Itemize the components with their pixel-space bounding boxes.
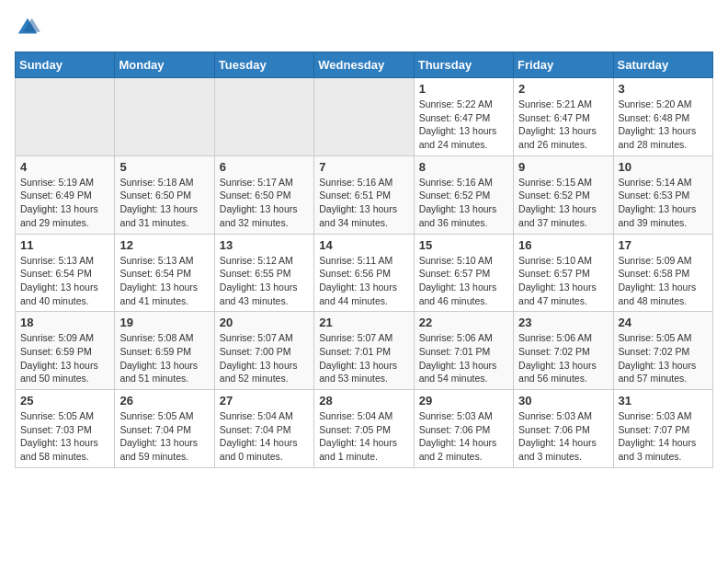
calendar-cell: 10Sunrise: 5:14 AMSunset: 6:53 PMDayligh… xyxy=(613,155,712,234)
day-number: 11 xyxy=(20,238,109,252)
page-header xyxy=(15,15,713,40)
day-number: 7 xyxy=(319,160,408,174)
calendar-cell: 25Sunrise: 5:05 AMSunset: 7:03 PMDayligh… xyxy=(16,390,115,468)
day-number: 18 xyxy=(20,316,109,329)
calendar-cell: 5Sunrise: 5:18 AMSunset: 6:50 PMDaylight… xyxy=(115,155,214,234)
calendar-cell: 20Sunrise: 5:07 AMSunset: 7:00 PMDayligh… xyxy=(214,312,313,390)
day-number: 3 xyxy=(619,82,708,96)
weekday-header: Sunday xyxy=(16,52,115,78)
weekday-header: Tuesday xyxy=(214,52,313,78)
calendar-week-row: 11Sunrise: 5:13 AMSunset: 6:54 PMDayligh… xyxy=(16,234,713,312)
day-info: Sunrise: 5:20 AMSunset: 6:48 PMDaylight:… xyxy=(619,98,708,152)
weekday-header: Friday xyxy=(514,52,613,78)
day-info: Sunrise: 5:11 AMSunset: 6:56 PMDaylight:… xyxy=(319,254,408,308)
logo-icon xyxy=(15,15,40,40)
calendar-cell: 16Sunrise: 5:10 AMSunset: 6:57 PMDayligh… xyxy=(514,234,613,312)
logo xyxy=(15,15,44,40)
day-number: 19 xyxy=(119,316,209,329)
calendar: SundayMondayTuesdayWednesdayThursdayFrid… xyxy=(15,52,713,468)
day-info: Sunrise: 5:21 AMSunset: 6:47 PMDaylight:… xyxy=(518,98,608,152)
calendar-cell xyxy=(115,78,214,156)
day-number: 30 xyxy=(518,394,608,408)
calendar-cell xyxy=(16,78,115,156)
day-info: Sunrise: 5:03 AMSunset: 7:06 PMDaylight:… xyxy=(419,409,508,464)
day-info: Sunrise: 5:10 AMSunset: 6:57 PMDaylight:… xyxy=(518,254,608,308)
calendar-week-row: 18Sunrise: 5:09 AMSunset: 6:59 PMDayligh… xyxy=(16,312,713,390)
day-number: 16 xyxy=(518,238,608,252)
day-number: 8 xyxy=(419,160,508,174)
day-info: Sunrise: 5:07 AMSunset: 7:01 PMDaylight:… xyxy=(319,331,408,385)
calendar-week-row: 4Sunrise: 5:19 AMSunset: 6:49 PMDaylight… xyxy=(16,155,713,234)
day-number: 4 xyxy=(20,160,109,174)
day-number: 17 xyxy=(619,238,708,252)
calendar-cell: 4Sunrise: 5:19 AMSunset: 6:49 PMDaylight… xyxy=(16,155,115,234)
day-info: Sunrise: 5:03 AMSunset: 7:07 PMDaylight:… xyxy=(619,409,708,464)
day-info: Sunrise: 5:06 AMSunset: 7:01 PMDaylight:… xyxy=(419,331,508,385)
day-info: Sunrise: 5:04 AMSunset: 7:04 PMDaylight:… xyxy=(220,409,309,464)
calendar-cell: 31Sunrise: 5:03 AMSunset: 7:07 PMDayligh… xyxy=(613,390,712,468)
calendar-cell: 28Sunrise: 5:04 AMSunset: 7:05 PMDayligh… xyxy=(314,390,414,468)
day-info: Sunrise: 5:17 AMSunset: 6:50 PMDaylight:… xyxy=(220,176,309,230)
day-number: 13 xyxy=(220,238,309,252)
calendar-cell: 1Sunrise: 5:22 AMSunset: 6:47 PMDaylight… xyxy=(414,78,513,156)
day-info: Sunrise: 5:16 AMSunset: 6:52 PMDaylight:… xyxy=(419,176,508,230)
day-info: Sunrise: 5:15 AMSunset: 6:52 PMDaylight:… xyxy=(518,176,608,230)
calendar-cell: 7Sunrise: 5:16 AMSunset: 6:51 PMDaylight… xyxy=(314,155,414,234)
day-number: 12 xyxy=(119,238,209,252)
day-info: Sunrise: 5:09 AMSunset: 6:59 PMDaylight:… xyxy=(20,331,109,385)
weekday-header: Monday xyxy=(115,52,214,78)
calendar-cell: 19Sunrise: 5:08 AMSunset: 6:59 PMDayligh… xyxy=(115,312,214,390)
calendar-cell: 6Sunrise: 5:17 AMSunset: 6:50 PMDaylight… xyxy=(214,155,313,234)
day-number: 24 xyxy=(619,316,708,329)
weekday-header: Thursday xyxy=(414,52,513,78)
calendar-cell: 12Sunrise: 5:13 AMSunset: 6:54 PMDayligh… xyxy=(115,234,214,312)
day-info: Sunrise: 5:05 AMSunset: 7:04 PMDaylight:… xyxy=(119,409,209,464)
weekday-header: Saturday xyxy=(613,52,712,78)
day-info: Sunrise: 5:14 AMSunset: 6:53 PMDaylight:… xyxy=(619,176,708,230)
day-number: 15 xyxy=(419,238,508,252)
day-number: 14 xyxy=(319,238,408,252)
day-number: 21 xyxy=(319,316,408,329)
day-info: Sunrise: 5:09 AMSunset: 6:58 PMDaylight:… xyxy=(619,254,708,308)
day-number: 9 xyxy=(518,160,608,174)
day-number: 23 xyxy=(518,316,608,329)
calendar-cell: 30Sunrise: 5:03 AMSunset: 7:06 PMDayligh… xyxy=(514,390,613,468)
day-number: 6 xyxy=(220,160,309,174)
day-number: 1 xyxy=(419,82,508,96)
day-number: 10 xyxy=(619,160,708,174)
weekday-header: Wednesday xyxy=(314,52,414,78)
day-number: 26 xyxy=(119,394,209,408)
day-info: Sunrise: 5:16 AMSunset: 6:51 PMDaylight:… xyxy=(319,176,408,230)
calendar-cell: 27Sunrise: 5:04 AMSunset: 7:04 PMDayligh… xyxy=(214,390,313,468)
calendar-cell: 29Sunrise: 5:03 AMSunset: 7:06 PMDayligh… xyxy=(414,390,513,468)
day-info: Sunrise: 5:05 AMSunset: 7:03 PMDaylight:… xyxy=(20,409,109,464)
day-number: 31 xyxy=(619,394,708,408)
day-number: 5 xyxy=(119,160,209,174)
calendar-week-row: 1Sunrise: 5:22 AMSunset: 6:47 PMDaylight… xyxy=(16,78,713,156)
day-info: Sunrise: 5:12 AMSunset: 6:55 PMDaylight:… xyxy=(220,254,309,308)
calendar-cell: 2Sunrise: 5:21 AMSunset: 6:47 PMDaylight… xyxy=(514,78,613,156)
day-info: Sunrise: 5:06 AMSunset: 7:02 PMDaylight:… xyxy=(518,331,608,385)
calendar-cell: 23Sunrise: 5:06 AMSunset: 7:02 PMDayligh… xyxy=(514,312,613,390)
calendar-cell: 11Sunrise: 5:13 AMSunset: 6:54 PMDayligh… xyxy=(16,234,115,312)
day-info: Sunrise: 5:03 AMSunset: 7:06 PMDaylight:… xyxy=(518,409,608,464)
calendar-cell xyxy=(214,78,313,156)
day-info: Sunrise: 5:07 AMSunset: 7:00 PMDaylight:… xyxy=(220,331,309,385)
day-info: Sunrise: 5:18 AMSunset: 6:50 PMDaylight:… xyxy=(119,176,209,230)
calendar-cell xyxy=(314,78,414,156)
calendar-cell: 21Sunrise: 5:07 AMSunset: 7:01 PMDayligh… xyxy=(314,312,414,390)
day-number: 29 xyxy=(419,394,508,408)
day-info: Sunrise: 5:13 AMSunset: 6:54 PMDaylight:… xyxy=(20,254,109,308)
calendar-cell: 9Sunrise: 5:15 AMSunset: 6:52 PMDaylight… xyxy=(514,155,613,234)
calendar-cell: 17Sunrise: 5:09 AMSunset: 6:58 PMDayligh… xyxy=(613,234,712,312)
day-info: Sunrise: 5:10 AMSunset: 6:57 PMDaylight:… xyxy=(419,254,508,308)
calendar-cell: 26Sunrise: 5:05 AMSunset: 7:04 PMDayligh… xyxy=(115,390,214,468)
calendar-header-row: SundayMondayTuesdayWednesdayThursdayFrid… xyxy=(16,52,713,78)
day-number: 27 xyxy=(220,394,309,408)
day-info: Sunrise: 5:04 AMSunset: 7:05 PMDaylight:… xyxy=(319,409,408,464)
day-info: Sunrise: 5:22 AMSunset: 6:47 PMDaylight:… xyxy=(419,98,508,152)
calendar-cell: 14Sunrise: 5:11 AMSunset: 6:56 PMDayligh… xyxy=(314,234,414,312)
day-info: Sunrise: 5:08 AMSunset: 6:59 PMDaylight:… xyxy=(119,331,209,385)
calendar-cell: 24Sunrise: 5:05 AMSunset: 7:02 PMDayligh… xyxy=(613,312,712,390)
day-number: 25 xyxy=(20,394,109,408)
